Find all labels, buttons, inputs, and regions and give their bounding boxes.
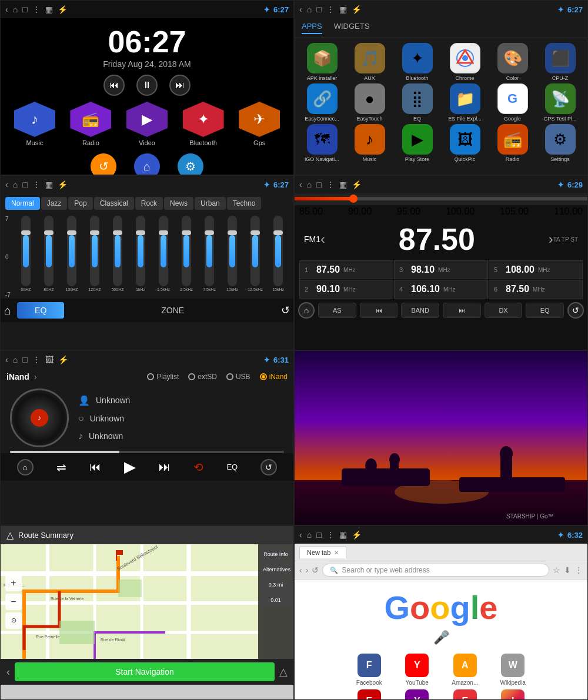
zoom-fit-btn[interactable]: ⊙	[5, 612, 22, 629]
preset-5[interactable]: 5 108.00 MHz	[489, 260, 583, 279]
map-area[interactable]: Boulevard Sébastopol Rue Saint... Rue de…	[1, 544, 293, 659]
nav-back-icon[interactable]: ‹	[6, 666, 10, 678]
app-radio[interactable]: 📻 Radio	[490, 124, 535, 162]
eq-slider-125khz[interactable]: 12.5kHz	[245, 216, 266, 296]
back-icon[interactable]: ‹	[5, 5, 8, 14]
app-bluetooth[interactable]: ✦ Bluetooth	[395, 43, 440, 81]
chrome-forward-btn[interactable]: ›	[306, 565, 309, 575]
eq-slider-120hz[interactable]: 120HZ	[84, 216, 105, 296]
chrome-tab-close-btn[interactable]: ✕	[334, 550, 339, 556]
eq-tab-classical[interactable]: Classical	[94, 197, 134, 210]
prev-btn[interactable]: ⏮	[103, 75, 125, 96]
menu-icon[interactable]: ⋮	[326, 5, 335, 14]
pause-btn[interactable]: ⏸	[136, 75, 158, 96]
app-cpuz[interactable]: ⬛ CPU-Z	[537, 43, 583, 81]
radio-prev-station-btn[interactable]: ⏮	[360, 303, 398, 318]
radio-eq-btn[interactable]: EQ	[526, 303, 564, 318]
eq-slider-1khz[interactable]: 1kHz	[130, 216, 151, 296]
start-navigation-btn[interactable]: Start Navigation	[15, 662, 275, 681]
shortcut-wikipedia[interactable]: W Wikipedia	[491, 654, 536, 686]
next-btn[interactable]: ⏭	[169, 75, 191, 96]
music2-tab-usb[interactable]: USB	[226, 373, 250, 381]
home-icon[interactable]: ⌂	[13, 5, 18, 14]
app-apk-installer[interactable]: 📦 APK installer	[299, 43, 345, 81]
zoom-in-btn[interactable]: +	[5, 575, 22, 591]
apps-icon[interactable]: □	[22, 355, 27, 364]
menu-icon[interactable]: ⋮	[32, 5, 41, 14]
music2-repeat-btn[interactable]: ⟲	[193, 460, 203, 474]
app-esfileexplorer[interactable]: 📁 ES File Expl...	[442, 83, 487, 122]
music2-back-btn[interactable]: ↺	[260, 459, 277, 475]
preset-1[interactable]: 1 87.50 MHz	[299, 260, 393, 279]
preset-6[interactable]: 6 87.50 MHz	[489, 280, 583, 299]
app-music[interactable]: ♪ Music	[347, 124, 392, 162]
shortcut-espn[interactable]: E ESPN.com	[347, 689, 392, 700]
settings-round-btn[interactable]: ⚙	[178, 153, 203, 175]
app-google[interactable]: G Google	[490, 83, 535, 122]
menu-icon[interactable]: ⋮	[32, 180, 41, 189]
chrome-url-input[interactable]: 🔍 Search or type web address	[322, 564, 549, 577]
eq-slider-80hz[interactable]: 80HZ	[38, 216, 59, 296]
app-eq[interactable]: ⣿ EQ	[395, 83, 440, 122]
back-icon[interactable]: ‹	[5, 355, 8, 364]
radio-home-btn[interactable]: ⌂	[298, 302, 315, 319]
music-app-icon[interactable]: ♪ Music	[14, 102, 55, 146]
shortcut-youtube[interactable]: Y YouTube	[395, 654, 440, 686]
app-color[interactable]: 🎨 Color	[490, 43, 535, 81]
radio-back-btn[interactable]: ↺	[567, 302, 584, 319]
app-gpstest[interactable]: 📡 GPS Test Pl...	[537, 83, 583, 122]
shortcut-yahoo[interactable]: Y Yahoo	[395, 689, 440, 700]
nav-expand-icon[interactable]: △	[279, 665, 288, 678]
radio-seek-bar[interactable]	[295, 193, 587, 205]
home-icon[interactable]: ⌂	[13, 355, 18, 364]
eq-home-btn[interactable]: ⌂	[4, 304, 11, 317]
back-icon[interactable]: ‹	[299, 180, 302, 189]
music2-eq-btn[interactable]: EQ	[226, 463, 238, 471]
eq-tab-rock[interactable]: Rock	[135, 197, 163, 210]
app-easytouch[interactable]: ● EasyTouch	[347, 83, 392, 122]
music2-shuffle-btn[interactable]: ⇌	[56, 460, 66, 474]
music2-tab-playlist[interactable]: Playlist	[147, 373, 179, 381]
radio-app-icon[interactable]: 📻 Radio	[70, 102, 111, 146]
chrome-new-tab[interactable]: New tab ✕	[299, 546, 346, 558]
menu-icon[interactable]: ⋮	[326, 180, 335, 189]
eq-tab-techno[interactable]: Techno	[227, 197, 262, 210]
radio-band-btn[interactable]: BAND	[401, 303, 439, 318]
app-easyconnect[interactable]: 🔗 EasyConnec...	[299, 83, 345, 122]
eq-slider-15khz2[interactable]: 15kHz	[268, 216, 289, 296]
radio-dx-btn[interactable]: DX	[485, 303, 523, 318]
app-igo[interactable]: 🗺 iGO Navigati...	[299, 124, 345, 162]
home-round-btn[interactable]: ⌂	[134, 153, 160, 175]
apps-icon[interactable]: □	[22, 180, 27, 189]
shortcut-facebook[interactable]: F Facebook	[347, 654, 392, 686]
apps-icon[interactable]: □	[316, 180, 321, 189]
chrome-refresh-btn[interactable]: ↺	[312, 565, 319, 575]
eq-tab-normal[interactable]: Normal	[5, 197, 40, 210]
gps-app-icon[interactable]: ✈ Gps	[239, 102, 280, 146]
music2-play-btn[interactable]: ▶	[124, 458, 136, 476]
chrome-download-btn[interactable]: ⬇	[564, 565, 571, 575]
alternatives-btn[interactable]: Alternatives	[260, 563, 291, 576]
bluetooth-app-icon[interactable]: ✦ Bluetooth	[183, 102, 224, 146]
home-icon[interactable]: ⌂	[13, 180, 18, 189]
apps-icon[interactable]: □	[22, 5, 27, 14]
home-icon[interactable]: ⌂	[307, 530, 312, 540]
eq-tab-jazz[interactable]: Jazz	[41, 197, 68, 210]
eq-slider-15khz[interactable]: 1.5kHz	[153, 216, 174, 296]
shortcut-amazon[interactable]: A Amazon...	[443, 654, 487, 686]
home-icon[interactable]: ⌂	[307, 180, 312, 189]
music2-next-btn[interactable]: ⏭	[159, 460, 171, 474]
music2-expand-arrow[interactable]: ›	[34, 372, 37, 381]
route-info-btn[interactable]: Route Info	[260, 548, 291, 561]
eq-tab-urban[interactable]: Urban	[195, 197, 226, 210]
back-icon[interactable]: ‹	[5, 180, 8, 189]
eq-slider-100hz[interactable]: 100HZ	[61, 216, 82, 296]
home-icon[interactable]: ⌂	[307, 5, 312, 14]
eq-tab-news[interactable]: News	[164, 197, 193, 210]
back-icon[interactable]: ‹	[299, 530, 302, 540]
chrome-bookmark-btn[interactable]: ☆	[553, 565, 560, 575]
google-mic-icon[interactable]: 🎤	[433, 630, 449, 645]
eq-tab-pop[interactable]: Pop	[68, 197, 92, 210]
radio-next-btn[interactable]: ›	[549, 231, 553, 247]
radio-next-station-btn[interactable]: ⏭	[443, 303, 481, 318]
